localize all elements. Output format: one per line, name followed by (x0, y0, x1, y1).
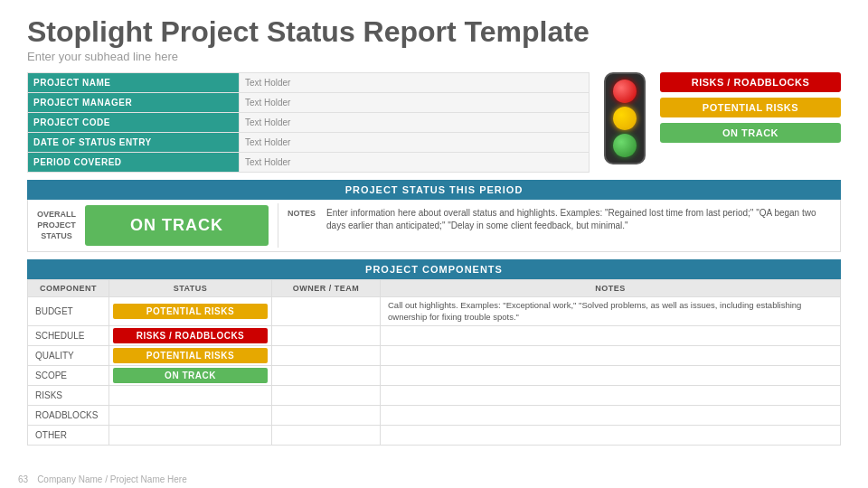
stoplight (604, 72, 646, 164)
comp-status (109, 425, 272, 445)
info-label: PROJECT CODE (28, 113, 240, 133)
status-right: NOTES Enter information here about overa… (278, 200, 840, 251)
legend-button[interactable]: POTENTIAL RISKS (660, 98, 841, 117)
comp-row: SCHEDULERISKS / ROADBLOCKS (28, 325, 841, 345)
info-label: DATE OF STATUS ENTRY (28, 133, 240, 153)
page: Stoplight Project Status Report Template… (0, 0, 868, 488)
footer: 63 Company Name / Project Name Here (18, 474, 850, 484)
info-label: PROJECT NAME (28, 73, 240, 93)
comp-column-header: OWNER / TEAM (272, 280, 381, 297)
comp-notes (381, 345, 841, 365)
comp-owner (272, 297, 381, 326)
comp-row: RISKS (28, 385, 841, 405)
comp-name: ROADBLOCKS (28, 405, 109, 425)
comp-notes (381, 425, 841, 445)
components-section: PROJECT COMPONENTS COMPONENTSTATUSOWNER … (27, 259, 841, 446)
stoplight-container (604, 72, 646, 164)
info-value: Text Holder (239, 113, 589, 133)
project-status-header: PROJECT STATUS THIS PERIOD (27, 180, 841, 200)
components-header: PROJECT COMPONENTS (27, 259, 841, 279)
status-pill: RISKS / ROADBLOCKS (113, 328, 268, 343)
stoplight-red (613, 80, 637, 103)
legend-button[interactable]: ON TRACK (660, 123, 841, 143)
comp-owner (272, 365, 381, 385)
status-body: OVERALLPROJECTSTATUS ON TRACK NOTES Ente… (27, 200, 841, 252)
comp-status: POTENTIAL RISKS (109, 345, 272, 365)
on-track-badge: ON TRACK (85, 205, 269, 246)
comp-name: OTHER (28, 425, 109, 445)
comp-owner (272, 325, 381, 345)
comp-column-header: NOTES (381, 280, 841, 297)
status-pill: POTENTIAL RISKS (113, 304, 268, 319)
info-table-row: PROJECT MANAGER Text Holder (28, 93, 590, 113)
status-left: OVERALLPROJECTSTATUS ON TRACK (28, 200, 278, 251)
footer-company: Company Name / Project Name Here (37, 474, 187, 484)
page-subtitle: Enter your subhead line here (27, 50, 841, 63)
comp-column-header: STATUS (109, 280, 272, 297)
comp-status (109, 405, 272, 425)
info-label: PROJECT MANAGER (28, 93, 240, 113)
info-value: Text Holder (239, 153, 589, 173)
comp-owner (272, 405, 381, 425)
info-table-row: PROJECT CODE Text Holder (28, 113, 590, 133)
comp-notes (381, 365, 841, 385)
comp-row: OTHER (28, 425, 841, 445)
comp-status (109, 385, 272, 405)
comp-owner (272, 385, 381, 405)
comp-notes: Call out highlights. Examples: "Exceptio… (381, 297, 841, 326)
comp-column-header: COMPONENT (28, 280, 109, 297)
comp-notes (381, 405, 841, 425)
comp-row: BUDGETPOTENTIAL RISKSCall out highlights… (28, 297, 841, 326)
notes-label: NOTES (288, 209, 316, 218)
info-table-row: PROJECT NAME Text Holder (28, 73, 590, 93)
page-number: 63 (18, 474, 28, 484)
overall-label: OVERALLPROJECTSTATUS (37, 210, 76, 241)
stoplight-yellow (613, 107, 637, 130)
components-table: COMPONENTSTATUSOWNER / TEAMNOTES BUDGETP… (27, 279, 841, 446)
info-table-row: DATE OF STATUS ENTRY Text Holder (28, 133, 590, 153)
comp-owner (272, 345, 381, 365)
status-pill: POTENTIAL RISKS (113, 348, 268, 363)
comp-name: SCOPE (28, 365, 109, 385)
legend-button[interactable]: RISKS / ROADBLOCKS (660, 72, 841, 92)
comp-name: QUALITY (28, 345, 109, 365)
comp-name: SCHEDULE (28, 325, 109, 345)
comp-row: ROADBLOCKS (28, 405, 841, 425)
info-value: Text Holder (239, 133, 589, 153)
info-section: PROJECT NAME Text Holder PROJECT MANAGER… (27, 72, 841, 173)
notes-text: Enter information here about overall sta… (326, 207, 831, 232)
info-table: PROJECT NAME Text Holder PROJECT MANAGER… (27, 72, 590, 173)
comp-name: BUDGET (28, 297, 109, 326)
comp-row: QUALITYPOTENTIAL RISKS (28, 345, 841, 365)
stoplight-green (613, 134, 637, 157)
comp-notes (381, 385, 841, 405)
info-value: Text Holder (239, 93, 589, 113)
comp-row: SCOPEON TRACK (28, 365, 841, 385)
status-pill: ON TRACK (113, 368, 268, 383)
comp-status: ON TRACK (109, 365, 272, 385)
comp-status: POTENTIAL RISKS (109, 297, 272, 326)
info-value: Text Holder (239, 73, 589, 93)
comp-notes (381, 325, 841, 345)
comp-owner (272, 425, 381, 445)
info-table-row: PERIOD COVERED Text Holder (28, 153, 590, 173)
comp-name: RISKS (28, 385, 109, 405)
legend-buttons: RISKS / ROADBLOCKSPOTENTIAL RISKSON TRAC… (660, 72, 841, 143)
project-status-section: PROJECT STATUS THIS PERIOD OVERALLPROJEC… (27, 180, 841, 252)
info-label: PERIOD COVERED (28, 153, 240, 173)
page-title: Stoplight Project Status Report Template (27, 16, 841, 48)
comp-status: RISKS / ROADBLOCKS (109, 325, 272, 345)
